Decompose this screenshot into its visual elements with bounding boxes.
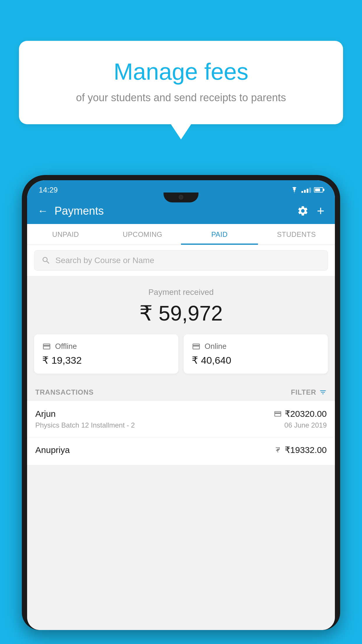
add-button[interactable]: + (317, 204, 324, 218)
phone-screen: 14:29 (27, 180, 335, 630)
status-time: 14:29 (39, 186, 58, 195)
back-button[interactable]: ← (38, 205, 48, 217)
transaction-type-icon (274, 410, 282, 418)
filter-container[interactable]: FILTER (291, 388, 327, 396)
transaction-amount: ₹20320.00 (285, 409, 327, 419)
transaction-top: Arjun ₹20320.00 (35, 409, 327, 419)
wifi-icon (290, 187, 298, 193)
payment-cards: Offline ₹ 19,332 Online ₹ 4 (27, 334, 335, 382)
header-left: ← Payments (38, 205, 104, 217)
offline-icon (42, 342, 51, 351)
tab-unpaid[interactable]: UNPAID (27, 224, 104, 245)
online-payment-card: Online ₹ 40,640 (184, 334, 328, 374)
signal-icon (301, 187, 311, 193)
camera (179, 195, 183, 200)
online-label: Online (205, 342, 226, 351)
tab-students[interactable]: STUDENTS (258, 224, 335, 245)
content-area: Search by Course or Name Payment receive… (27, 245, 335, 630)
transaction-name: Arjun (35, 409, 56, 419)
online-card-header: Online (192, 342, 320, 351)
offline-payment-card: Offline ₹ 19,332 (34, 334, 178, 374)
speech-bubble-container: Manage fees of your students and send re… (19, 41, 343, 124)
speech-bubble-title: Manage fees (42, 58, 320, 85)
speech-bubble: Manage fees of your students and send re… (19, 41, 343, 124)
transaction-name: Anupriya (35, 445, 70, 455)
tab-bar: UNPAID UPCOMING PAID STUDENTS (27, 224, 335, 245)
transaction-row[interactable]: Arjun ₹20320.00 Physics Batch 12 Install… (27, 401, 335, 437)
battery-icon (314, 187, 323, 192)
gear-icon[interactable] (297, 205, 309, 217)
offline-label: Offline (55, 342, 77, 351)
search-placeholder: Search by Course or Name (55, 256, 154, 265)
online-amount: ₹ 40,640 (192, 354, 320, 366)
transaction-date: 06 June 2019 (284, 421, 327, 429)
transaction-top: Anupriya ₹19332.00 (35, 445, 327, 455)
speech-bubble-subtitle: of your students and send receipts to pa… (42, 92, 320, 104)
transaction-row[interactable]: Anupriya ₹19332.00 (27, 437, 335, 465)
header-right: + (297, 204, 324, 218)
transactions-header: TRANSACTIONS FILTER (27, 382, 335, 401)
offline-amount: ₹ 19,332 (42, 354, 170, 366)
transactions-label: TRANSACTIONS (35, 388, 94, 396)
tab-upcoming[interactable]: UPCOMING (104, 224, 181, 245)
transaction-type-icon (274, 446, 282, 454)
payment-received-section: Payment received ₹ 59,972 (27, 276, 335, 334)
filter-icon (319, 388, 327, 396)
phone-frame: 14:29 (22, 175, 340, 630)
transaction-bottom: Physics Batch 12 Installment - 2 06 June… (35, 421, 327, 429)
payment-received-label: Payment received (27, 288, 335, 297)
search-bar[interactable]: Search by Course or Name (34, 250, 328, 271)
phone-notch (164, 192, 198, 202)
transaction-course: Physics Batch 12 Installment - 2 (35, 421, 135, 429)
filter-label: FILTER (291, 388, 316, 396)
online-icon (192, 342, 201, 351)
transaction-amount: ₹19332.00 (285, 445, 327, 455)
search-bar-container: Search by Course or Name (27, 245, 335, 276)
payment-amount: ₹ 59,972 (27, 301, 335, 326)
status-icons (290, 187, 323, 193)
transaction-amount-container: ₹19332.00 (274, 445, 327, 455)
phone-container: 14:29 (22, 175, 340, 644)
transaction-amount-container: ₹20320.00 (274, 409, 327, 419)
offline-card-header: Offline (42, 342, 170, 351)
tab-paid[interactable]: PAID (181, 224, 258, 245)
search-icon (41, 256, 51, 265)
header-title: Payments (55, 205, 104, 217)
